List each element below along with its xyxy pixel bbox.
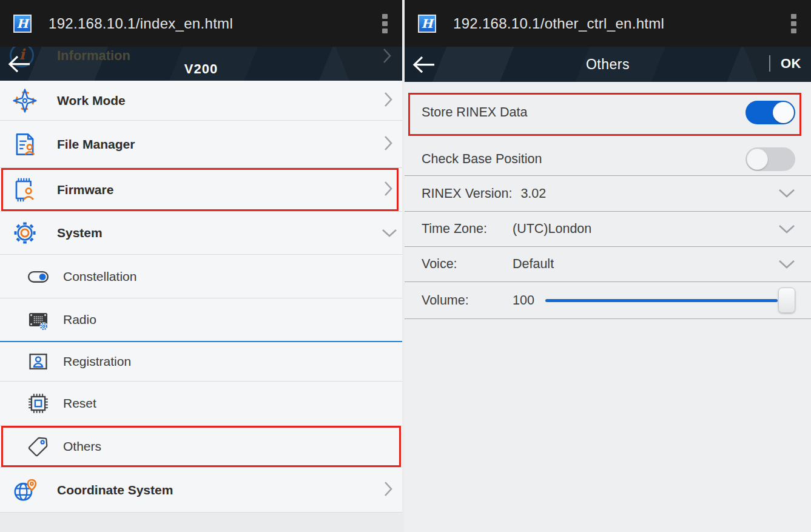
setting-value: 100 <box>513 293 534 308</box>
sidebar-item-label: File Manager <box>57 137 135 152</box>
chevron-down-icon <box>778 260 795 269</box>
right-app-header: Others OK <box>405 47 811 82</box>
sidebar-item-label: Work Mode <box>57 93 126 108</box>
chevron-down-icon <box>778 224 795 234</box>
site-favicon: H <box>13 15 32 33</box>
setting-label: Time Zone: <box>422 221 513 237</box>
chip-person-icon <box>12 177 38 203</box>
setting-time-zone[interactable]: Time Zone: (UTC)London <box>405 212 811 247</box>
chevron-right-icon <box>384 92 392 110</box>
person-badge-icon <box>27 350 50 373</box>
chevron-down-icon <box>778 189 795 198</box>
sidebar-item-radio[interactable]: Radio <box>0 298 402 342</box>
chevron-down-icon <box>379 229 397 237</box>
sidebar-item-label: Coordinate System <box>57 483 173 497</box>
left-browser-panel: H 192.168.10.1/index_en.html i Informati… <box>0 0 402 532</box>
chevron-right-icon <box>384 181 392 199</box>
setting-label: Voice: <box>422 257 513 272</box>
document-person-icon <box>12 132 38 157</box>
url-text[interactable]: 192.168.10.1/index_en.html <box>49 15 233 32</box>
sidebar-item-label: Registration <box>63 354 131 369</box>
chevron-right-icon <box>384 481 392 499</box>
sidebar-item-registration[interactable]: Registration <box>0 342 402 382</box>
chip-icon <box>27 392 50 415</box>
site-favicon: H <box>418 15 436 33</box>
gear-icon <box>12 220 38 246</box>
right-browser-panel: H 192.168.10.1/other_ctrl_en.html Others… <box>405 0 811 532</box>
setting-check-base-position: Check Base Position <box>405 143 811 176</box>
page-title: V200 <box>0 61 402 77</box>
sidebar-item-label: Firmware <box>57 183 113 197</box>
setting-rinex-version[interactable]: RINEX Version: 3.02 <box>405 176 811 212</box>
slider-handle[interactable] <box>778 288 795 313</box>
sidebar-item-work-mode[interactable]: Work Mode <box>0 81 402 121</box>
sidebar-item-system[interactable]: System <box>0 212 402 255</box>
toggle-icon <box>27 265 50 288</box>
header-divider <box>769 55 770 72</box>
sidebar-item-label: Others <box>63 439 101 454</box>
globe-pin-icon <box>12 477 38 503</box>
settings-list: Store RINEX Data Check Base Position RIN… <box>405 82 811 319</box>
sidebar-item-firmware[interactable]: Firmware <box>0 168 402 212</box>
setting-label: RINEX Version: <box>422 186 512 201</box>
kebab-menu-icon[interactable] <box>381 12 389 36</box>
setting-voice[interactable]: Voice: Default <box>405 247 811 282</box>
chevron-right-icon <box>384 135 392 153</box>
setting-value: Default <box>513 257 554 272</box>
setting-volume: Volume: 100 <box>405 282 811 319</box>
setting-value: 3.02 <box>520 186 546 201</box>
sidebar-item-file-manager[interactable]: File Manager <box>0 121 402 168</box>
kebab-menu-icon[interactable] <box>790 12 798 36</box>
sidebar-item-label: System <box>57 226 103 240</box>
left-app-header: i Information V200 <box>0 47 402 81</box>
slider-track[interactable] <box>545 299 778 302</box>
sidebar-item-label: Reset <box>63 396 96 411</box>
check-base-toggle[interactable] <box>745 147 795 171</box>
volume-slider[interactable] <box>545 288 795 313</box>
page-title: Others <box>405 56 811 73</box>
sidebar-item-reset[interactable]: Reset <box>0 382 402 426</box>
sidebar-item-constellation[interactable]: Constellation <box>0 255 402 298</box>
device-menu: Work Mode File Manager <box>0 81 402 513</box>
left-url-bar: H 192.168.10.1/index_en.html <box>0 0 402 47</box>
toggle-knob <box>773 102 794 123</box>
setting-label: Store RINEX Data <box>422 105 527 120</box>
compass-icon <box>12 88 38 113</box>
setting-label: Volume: <box>422 293 513 308</box>
sidebar-item-label: Constellation <box>63 269 136 284</box>
setting-value: (UTC)London <box>513 221 591 237</box>
url-text[interactable]: 192.168.10.1/other_ctrl_en.html <box>453 15 664 32</box>
ok-button[interactable]: OK <box>781 56 801 72</box>
right-url-bar: H 192.168.10.1/other_ctrl_en.html <box>405 0 811 47</box>
setting-store-rinex-data: Store RINEX Data <box>405 82 811 143</box>
dual-screenshot: H 192.168.10.1/index_en.html i Informati… <box>0 0 811 532</box>
radio-panel-icon <box>27 308 50 331</box>
sidebar-item-others[interactable]: Others <box>0 426 402 468</box>
store-rinex-toggle[interactable] <box>745 101 795 124</box>
sidebar-item-label: Radio <box>63 312 96 327</box>
sidebar-item-coordinate-system[interactable]: Coordinate System <box>0 468 402 513</box>
tag-icon <box>27 435 50 458</box>
toggle-knob <box>747 149 768 170</box>
setting-label: Check Base Position <box>422 152 542 167</box>
